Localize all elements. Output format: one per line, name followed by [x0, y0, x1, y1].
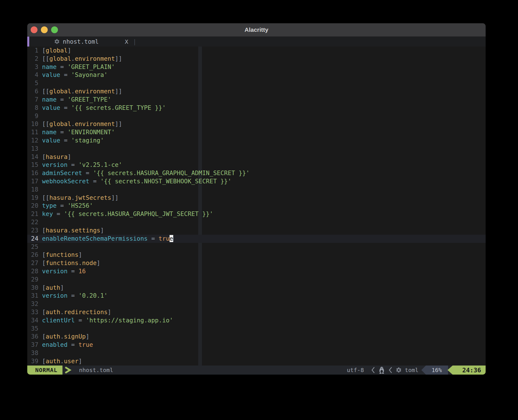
code-line-34[interactable]: 34clientUrl = 'https://staging.app.io' — [27, 316, 486, 325]
mode-chevron-icon — [64, 366, 73, 375]
code-line-35[interactable]: 35 — [27, 325, 486, 333]
code-text: enabled = true — [38, 341, 93, 349]
tab-accent-bar — [27, 37, 29, 47]
code-line-1[interactable]: 1[global] — [27, 47, 486, 55]
code-line-5[interactable]: 5 — [27, 79, 486, 87]
code-line-24[interactable]: 24enableRemoteSchemaPermissions = true — [27, 235, 486, 243]
line-number: 10 — [27, 120, 38, 128]
code-line-17[interactable]: 17webhookSecret = '{{ secrets.NHOST_WEBH… — [27, 177, 486, 186]
code-line-12[interactable]: 12value = 'staging' — [27, 136, 486, 145]
code-line-28[interactable]: 28version = 16 — [27, 267, 486, 276]
line-number: 9 — [27, 112, 38, 120]
code-line-38[interactable]: 38 — [27, 349, 486, 357]
encoding-label: utf-8 — [347, 366, 364, 375]
line-number: 15 — [27, 161, 38, 169]
line-number: 14 — [27, 153, 38, 161]
line-number: 30 — [27, 284, 38, 292]
code-line-31[interactable]: 31version = '0.20.1' — [27, 292, 486, 300]
code-text: name = 'GREET_PLAIN' — [38, 63, 115, 71]
tab-nhost-toml[interactable]: nhost.toml X | — [54, 38, 137, 45]
code-line-19[interactable]: 19[[hasura.jwtSecrets]] — [27, 194, 486, 202]
code-line-6[interactable]: 6[[global.environment]] — [27, 87, 486, 96]
code-line-15[interactable]: 15version = 'v2.25.1-ce' — [27, 161, 486, 169]
code-line-7[interactable]: 7name = 'GREET_TYPE' — [27, 96, 486, 104]
code-line-4[interactable]: 4value = 'Sayonara' — [27, 71, 486, 79]
window-title: Alacritty — [27, 26, 486, 33]
linux-penguin-icon — [378, 366, 385, 375]
line-number: 5 — [27, 79, 38, 87]
editor-buffer[interactable]: 1[global]2[[global.environment]]3name = … — [27, 47, 486, 366]
tab-close-button[interactable]: X — [125, 38, 128, 45]
code-line-33[interactable]: 33[auth.redirections] — [27, 308, 486, 316]
code-line-21[interactable]: 21key = '{{ secrets.HASURA_GRAPHQL_JWT_S… — [27, 210, 486, 218]
code-line-18[interactable]: 18 — [27, 186, 486, 194]
code-text: [functions.node] — [38, 259, 100, 267]
line-number: 24 — [27, 235, 38, 243]
code-line-9[interactable]: 9 — [27, 112, 486, 120]
cursor-block: e — [170, 235, 173, 242]
line-number: 31 — [27, 292, 38, 300]
code-line-22[interactable]: 22 — [27, 218, 486, 226]
code-line-27[interactable]: 27[functions.node] — [27, 259, 486, 267]
line-number: 8 — [27, 104, 38, 112]
code-text — [38, 79, 42, 87]
code-line-2[interactable]: 2[[global.environment]] — [27, 55, 486, 63]
code-line-32[interactable]: 32 — [27, 300, 486, 308]
code-line-30[interactable]: 30[auth] — [27, 284, 486, 292]
line-number: 34 — [27, 316, 38, 325]
code-line-3[interactable]: 3name = 'GREET_PLAIN' — [27, 63, 486, 71]
code-line-37[interactable]: 37enabled = true — [27, 341, 486, 349]
line-number: 23 — [27, 226, 38, 235]
line-number: 32 — [27, 300, 38, 308]
line-number: 39 — [27, 357, 38, 366]
code-text: adminSecret = '{{ secrets.HASURA_GRAPHQL… — [38, 169, 250, 177]
filetype-gear-icon — [396, 366, 405, 375]
code-line-39[interactable]: 39[auth.user] — [27, 357, 486, 366]
zoom-window-button[interactable] — [51, 26, 58, 33]
close-window-button[interactable] — [31, 26, 37, 33]
code-line-29[interactable]: 29 — [27, 276, 486, 284]
code-text: [[global.environment]] — [38, 120, 122, 128]
line-number: 17 — [27, 177, 38, 186]
code-text: [hasura] — [38, 153, 71, 161]
code-line-8[interactable]: 8value = '{{ secrets.GREET_TYPE }}' — [27, 104, 486, 112]
code-text — [38, 325, 42, 333]
code-text: [hasura.settings] — [38, 226, 104, 235]
code-text: version = 16 — [38, 267, 86, 276]
code-line-14[interactable]: 14[hasura] — [27, 153, 486, 161]
code-text: [auth.redirections] — [38, 308, 111, 316]
code-text — [38, 186, 42, 194]
code-text — [38, 112, 42, 120]
code-line-25[interactable]: 25 — [27, 243, 486, 251]
code-line-16[interactable]: 16adminSecret = '{{ secrets.HASURA_GRAPH… — [27, 169, 486, 177]
code-text: [functions] — [38, 251, 82, 259]
code-line-13[interactable]: 13 — [27, 145, 486, 153]
tab-filename: nhost.toml — [63, 38, 99, 45]
code-text — [38, 145, 42, 153]
line-number: 12 — [27, 136, 38, 145]
code-line-10[interactable]: 10[[global.environment]] — [27, 120, 486, 128]
title-bar[interactable]: Alacritty — [27, 23, 486, 37]
statusbar-filename: nhost.toml — [79, 366, 113, 375]
code-line-11[interactable]: 11name = 'ENVIRONMENT' — [27, 128, 486, 136]
code-text — [38, 243, 42, 251]
line-number: 27 — [27, 259, 38, 267]
line-number: 21 — [27, 210, 38, 218]
statusbar-right: utf-8 — [347, 366, 486, 375]
line-number: 29 — [27, 276, 38, 284]
code-line-36[interactable]: 36[auth.signUp] — [27, 333, 486, 341]
line-number: 25 — [27, 243, 38, 251]
line-number: 36 — [27, 333, 38, 341]
line-number: 4 — [27, 71, 38, 79]
line-number: 37 — [27, 341, 38, 349]
line-number: 7 — [27, 96, 38, 104]
code-text — [38, 349, 42, 357]
minimize-window-button[interactable] — [41, 26, 48, 33]
cursor-position-badge: 24:36 — [448, 366, 486, 375]
code-text: webhookSecret = '{{ secrets.NHOST_WEBHOO… — [38, 177, 231, 186]
code-line-20[interactable]: 20type = 'HS256' — [27, 202, 486, 210]
code-text: type = 'HS256' — [38, 202, 93, 210]
code-text: [[global.environment]] — [38, 87, 122, 96]
code-line-23[interactable]: 23[hasura.settings] — [27, 226, 486, 235]
code-line-26[interactable]: 26[functions] — [27, 251, 486, 259]
